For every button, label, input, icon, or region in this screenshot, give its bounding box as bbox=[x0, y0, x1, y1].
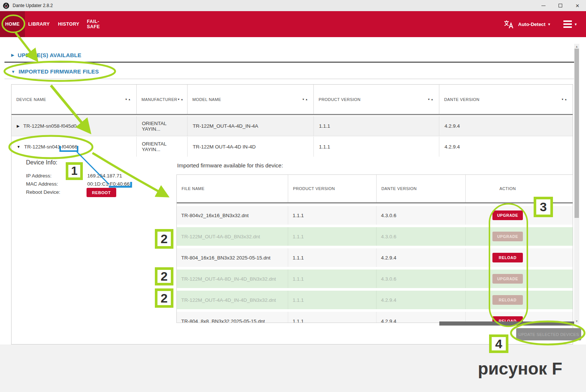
title-bar: Dante Updater 2.8.2 × bbox=[0, 0, 586, 11]
column-header-dante-version: DANTE VERSION bbox=[377, 175, 466, 202]
model-name-cell: TR-122M_OUT-4A-4D_IN-4A bbox=[188, 116, 314, 136]
translate-icon bbox=[503, 19, 514, 29]
upgrade-button-disabled[interactable]: UPGRADE bbox=[492, 274, 523, 284]
section-divider bbox=[4, 62, 574, 63]
table-row-device-collapsed[interactable]: ▶ TR-122M-sn058-f045d0 ORIENTAL YAYIN...… bbox=[12, 116, 573, 136]
sort-icon[interactable]: ▼▲ bbox=[427, 98, 434, 101]
section-divider-light bbox=[4, 79, 574, 79]
collapsed-triangle-icon: ▶ bbox=[11, 53, 14, 58]
firmware-row-selected: TR-122M_OUT-4A-4D_IN-4D_BN3x32.dnt 1.1.1… bbox=[177, 291, 573, 309]
product-version-cell: 1.1.1 bbox=[288, 248, 377, 267]
chevron-down-icon: ▾ bbox=[548, 22, 550, 27]
column-header-product-version[interactable]: PRODUCT VERSION ▼▲ bbox=[314, 85, 439, 114]
section-imported-firmware-files[interactable]: ▼ IMPORTED FIRMWARE FILES bbox=[11, 68, 99, 75]
expanded-triangle-icon: ▼ bbox=[11, 69, 15, 74]
scrollbar-thumb[interactable] bbox=[574, 49, 579, 218]
product-version-cell: 1.1.1 bbox=[288, 206, 377, 225]
section-label: IMPORTED FIRMWARE FILES bbox=[19, 68, 99, 75]
model-name-cell: TR-122M OUT-4A-4D IN-4D bbox=[188, 137, 314, 157]
tab-library[interactable]: LIBRARY bbox=[27, 11, 51, 37]
file-name-cell: TR-122M_OUT-4A-8D_IN-4D_BN3x32.dnt bbox=[177, 270, 288, 288]
hamburger-menu-icon bbox=[563, 20, 572, 22]
reload-button-disabled[interactable]: RELOAD bbox=[492, 295, 523, 305]
file-name-cell: TR-804_16x16_BN3x32 2025-05-15.dnt bbox=[177, 248, 288, 267]
collapse-row-icon[interactable]: ▼ bbox=[17, 145, 20, 149]
close-icon: × bbox=[576, 3, 579, 9]
mac-address-label: MAC Address: bbox=[26, 181, 58, 187]
tab-fail-safe[interactable]: FAIL-SAFE bbox=[87, 11, 112, 37]
dante-logo-icon bbox=[3, 3, 9, 9]
scroll-down-icon[interactable]: ▼ bbox=[574, 318, 579, 324]
sort-icon[interactable]: ▼▲ bbox=[561, 98, 568, 101]
reboot-device-label: Reboot Device: bbox=[26, 189, 60, 195]
dante-version-cell: 4.2.9.4 bbox=[377, 291, 466, 309]
reboot-button[interactable]: REBOOT bbox=[87, 188, 116, 197]
ip-address-label: IP Address: bbox=[26, 173, 52, 179]
tab-history[interactable]: HISTORY bbox=[57, 11, 80, 37]
maximize-icon bbox=[559, 4, 562, 7]
close-button[interactable]: × bbox=[569, 0, 586, 11]
file-name-cell: TR-804_8x8_BN3x32 2025-05-15.dnt bbox=[177, 312, 288, 323]
manufacturer-cell: ORIENTAL YAYIN... bbox=[137, 116, 188, 136]
language-selector[interactable]: Auto-Detect bbox=[518, 22, 546, 27]
upgrade-button[interactable]: UPGRADE bbox=[492, 210, 523, 220]
product-version-cell: 1.1.1 bbox=[288, 270, 377, 288]
product-version-cell: 1.1.1 bbox=[288, 291, 377, 309]
product-version-cell: 1.1.1 bbox=[288, 312, 377, 323]
column-header-device-name[interactable]: DEVICE NAME ▼▲ bbox=[12, 85, 137, 114]
sort-icon[interactable]: ▼▲ bbox=[177, 98, 184, 101]
column-header-product-version: PRODUCT VERSION bbox=[288, 175, 377, 202]
sort-icon[interactable]: ▼▲ bbox=[302, 98, 309, 101]
product-version-cell: 1.1.1 bbox=[288, 227, 377, 246]
expand-row-icon[interactable]: ▶ bbox=[17, 124, 20, 128]
file-name-cell: TR-804v2_16x16_BN3x32.dnt bbox=[177, 206, 288, 225]
menu-chevron-down-icon: ▾ bbox=[574, 22, 577, 27]
column-header-dante-version[interactable]: DANTE VERSION ▼▲ bbox=[439, 85, 573, 114]
section-label: UPDATE(S) AVAILABLE bbox=[17, 52, 81, 58]
horizontal-scrollbar-thumb[interactable] bbox=[439, 321, 574, 326]
reload-button[interactable]: RELOAD bbox=[492, 253, 523, 262]
device-info-heading: Device Info: bbox=[26, 159, 57, 166]
maximize-button[interactable] bbox=[552, 0, 569, 11]
dante-version-cell: 4.3.0.6 bbox=[377, 270, 466, 288]
product-version-cell: 1.1.1 bbox=[314, 137, 439, 157]
dante-version-cell: 4.2.9.4 bbox=[439, 137, 573, 157]
firmware-table: FILE NAME PRODUCT VERSION DANTE VERSION … bbox=[176, 174, 573, 323]
minimize-button[interactable] bbox=[535, 0, 552, 11]
dante-version-cell: 4.3.0.6 bbox=[377, 227, 466, 246]
column-header-action: ACTION bbox=[466, 175, 573, 202]
nav-bar: HOME LIBRARY HISTORY FAIL-SAFE Auto-Dete… bbox=[0, 11, 586, 37]
firmware-panel-heading: Imported firmware available for this dev… bbox=[177, 162, 283, 169]
minimize-icon bbox=[541, 6, 546, 6]
manufacturer-cell: ORIENTAL YAYIN... bbox=[137, 137, 188, 157]
sort-icon[interactable]: ▼▲ bbox=[125, 98, 131, 101]
column-header-manufacturer[interactable]: MANUFACTURER ▼▲ bbox=[137, 85, 188, 114]
figure-caption: рисунок F bbox=[478, 359, 562, 379]
table-row-device-expanded[interactable]: ▼ TR-122M-sn041-f04066 ORIENTAL YAYIN...… bbox=[12, 137, 573, 157]
footer: рисунок F bbox=[0, 344, 586, 392]
product-version-cell: 1.1.1 bbox=[314, 116, 439, 136]
ip-address-value: 169.254.187.71 bbox=[87, 173, 122, 179]
update-selected-devices-button[interactable]: UPDATE SELECTED DEVICES bbox=[516, 328, 581, 340]
file-name-cell: TR-122M_OUT-4A-4D_IN-4D_BN3x32.dnt bbox=[177, 291, 288, 309]
device-name: TR-122M-sn041-f04066 bbox=[24, 144, 77, 150]
column-header-model-name[interactable]: MODEL NAME ▼▲ bbox=[188, 85, 314, 114]
dante-version-cell: 4.2.9.4 bbox=[439, 116, 573, 136]
upgrade-button-disabled[interactable]: UPGRADE bbox=[492, 232, 523, 241]
mac-address-value: 00:1D:C1:F0:40:66 bbox=[87, 181, 130, 187]
dante-version-cell: 4.3.0.6 bbox=[377, 206, 466, 225]
firmware-row-selected: TR-122M_OUT-4A-8D_BN3x32.dnt 1.1.1 4.3.0… bbox=[177, 227, 573, 246]
device-table-header: DEVICE NAME ▼▲ MANUFACTURER ▼▲ MODEL NAM… bbox=[12, 85, 573, 115]
column-header-file-name: FILE NAME bbox=[177, 175, 288, 202]
vertical-scrollbar[interactable]: ▲ ▼ bbox=[574, 44, 579, 324]
menu-button[interactable] bbox=[563, 20, 572, 28]
firmware-row: TR-804v2_16x16_BN3x32.dnt 1.1.1 4.3.0.6 … bbox=[177, 206, 573, 225]
file-name-cell: TR-122M_OUT-4A-8D_BN3x32.dnt bbox=[177, 227, 288, 246]
device-name: TR-122M-sn058-f045d0 bbox=[23, 123, 76, 129]
section-updates-available[interactable]: ▶ UPDATE(S) AVAILABLE bbox=[11, 52, 81, 58]
tab-home[interactable]: HOME bbox=[0, 11, 25, 37]
firmware-row: TR-804_16x16_BN3x32 2025-05-15.dnt 1.1.1… bbox=[177, 248, 573, 267]
firmware-row-selected: TR-122M_OUT-4A-8D_IN-4D_BN3x32.dnt 1.1.1… bbox=[177, 270, 573, 288]
scroll-up-icon[interactable]: ▲ bbox=[574, 44, 579, 49]
window-title: Dante Updater 2.8.2 bbox=[13, 3, 53, 8]
